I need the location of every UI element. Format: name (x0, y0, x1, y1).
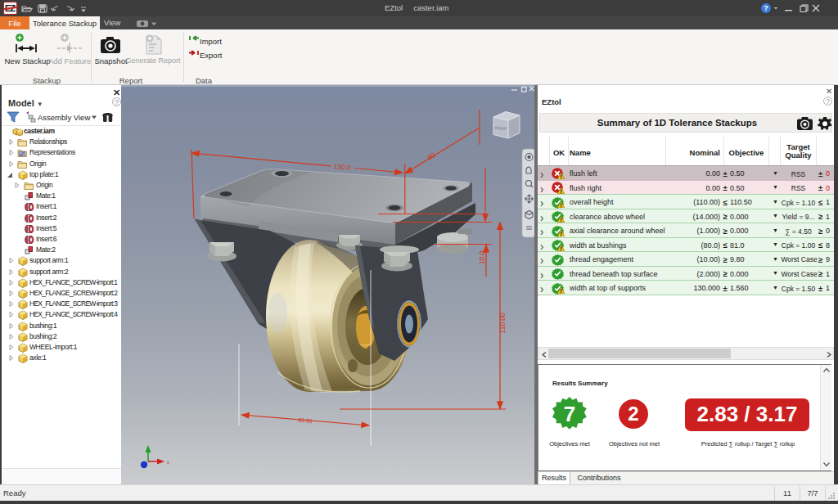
svg-text:110.00: 110.00 (498, 313, 507, 334)
svg-text:60.00: 60.00 (298, 417, 313, 424)
svg-text:130.0: 130.0 (333, 162, 351, 172)
svg-text:?: ? (764, 3, 768, 12)
svg-text:10.0: 10.0 (478, 250, 486, 264)
svg-text:x: x (167, 460, 169, 465)
svg-text:7: 7 (564, 402, 575, 426)
svg-text:Assembly View: Assembly View (38, 113, 90, 122)
svg-text:FRONT: FRONT (494, 126, 507, 131)
